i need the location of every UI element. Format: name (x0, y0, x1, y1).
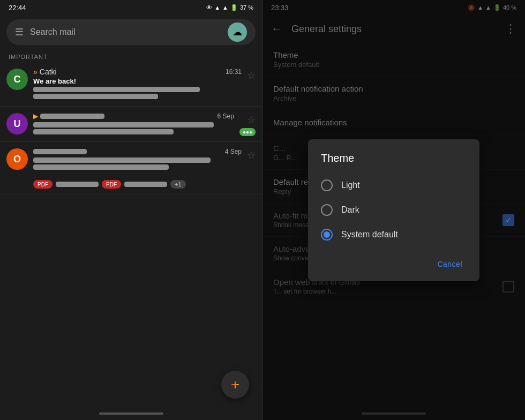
dialog-actions: Cancel (308, 251, 479, 277)
search-bar[interactable]: ☰ Search mail ☁ (6, 19, 256, 45)
home-bar (99, 412, 163, 415)
theme-dialog: Theme Light Dark System default Cancel (308, 139, 479, 281)
email-content: ▶ 6 Sep (33, 112, 234, 136)
email-time: 16:31 (226, 68, 242, 76)
account-avatar[interactable]: ☁ (228, 22, 247, 42)
eye-icon: 👁 (206, 4, 212, 11)
radio-label-system: System default (341, 230, 398, 239)
star-icon[interactable]: ☆ (247, 114, 256, 126)
list-item[interactable]: C » Catki 16:31 We are back! ☆ (0, 62, 262, 107)
email-content: » Catki 16:31 We are back! (33, 68, 242, 101)
forwarded-icon: » (33, 68, 38, 76)
list-item[interactable]: O 4 Sep ☆ PDF (0, 142, 262, 194)
email-sender (33, 147, 87, 156)
important-icon: ▶ (33, 112, 38, 120)
search-input[interactable]: Search mail (30, 27, 221, 37)
redacted-tag (56, 182, 99, 187)
star-icon[interactable]: ☆ (247, 70, 256, 81)
redacted-preview (33, 87, 200, 92)
home-indicator (0, 407, 262, 420)
badge: ●●● (239, 128, 256, 136)
radio-label-dark: Dark (341, 205, 359, 215)
radio-option-system[interactable]: System default (308, 222, 479, 247)
redacted-preview (33, 129, 174, 134)
redacted-sender (33, 149, 87, 154)
list-item[interactable]: U ▶ 6 Sep ☆ ●●● (0, 107, 262, 142)
redacted-preview-2 (33, 94, 158, 99)
right-panel: 23:33 🔕 ▲ ▲ 🔋 40 % ← General settings ⋮ … (262, 0, 525, 420)
radio-light[interactable] (321, 179, 333, 191)
avatar: U (6, 113, 28, 134)
hamburger-icon[interactable]: ☰ (15, 26, 24, 38)
battery-icon: 🔋 (230, 4, 238, 11)
radio-option-light[interactable]: Light (308, 173, 479, 198)
radio-dark[interactable] (321, 204, 333, 216)
radio-system-default[interactable] (321, 229, 333, 241)
redacted-preview (33, 164, 169, 170)
email-sender: ▶ (33, 112, 104, 121)
pdf-icon-2: PDF (106, 182, 117, 188)
status-bar-left: 22:44 👁 ▲ ▲ 🔋 37 % (0, 0, 262, 15)
email-tags: PDF PDF +1 (33, 180, 186, 189)
email-content: 4 Sep (33, 147, 242, 171)
compose-button[interactable]: + (221, 371, 249, 399)
left-panel: 22:44 👁 ▲ ▲ 🔋 37 % ☰ Search mail ☁ IMPOR… (0, 0, 262, 420)
status-time-left: 22:44 (9, 4, 26, 12)
dialog-title: Theme (308, 152, 479, 173)
radio-label-light: Light (341, 181, 360, 190)
email-list: C » Catki 16:31 We are back! ☆ U (0, 62, 262, 407)
tag-pdf-2: PDF (102, 180, 121, 189)
email-time: 4 Sep (225, 148, 242, 155)
battery-percent-left: 37 % (240, 4, 253, 11)
dialog-overlay: Theme Light Dark System default Cancel (262, 0, 525, 420)
sender-name: Catki (40, 68, 57, 76)
email-time: 6 Sep (218, 112, 234, 120)
wifi-icon: ▲ (214, 4, 220, 11)
tag-pdf-1: PDF (33, 180, 52, 189)
email-sender: » Catki (33, 68, 57, 76)
pdf-icon: PDF (38, 182, 48, 188)
redacted-sender (40, 114, 104, 119)
tag-count: +1 (170, 180, 186, 189)
avatar: O (6, 148, 28, 170)
avatar-icon: ☁ (232, 26, 242, 38)
signal-icon: ▲ (222, 4, 228, 11)
section-label-important: IMPORTANT (0, 49, 262, 62)
redacted-subject (33, 158, 211, 163)
radio-option-dark[interactable]: Dark (308, 198, 479, 222)
cancel-button[interactable]: Cancel (429, 256, 471, 273)
status-icons-left: 👁 ▲ ▲ 🔋 37 % (206, 4, 253, 11)
avatar: C (6, 69, 28, 90)
email-subject: We are back! (33, 77, 242, 85)
compose-icon: + (231, 376, 239, 393)
redacted-tag-2 (124, 182, 167, 187)
redacted-subject (33, 122, 214, 128)
star-icon[interactable]: ☆ (247, 149, 256, 161)
